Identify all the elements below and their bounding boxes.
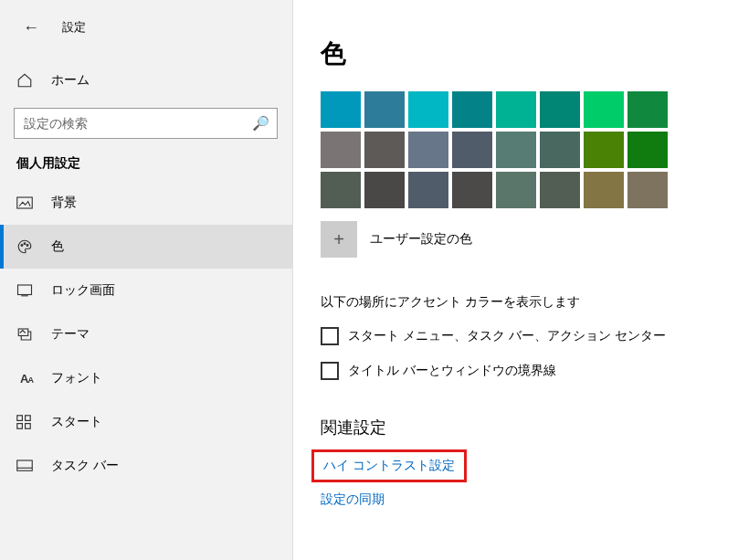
home-label: ホーム xyxy=(51,72,90,89)
svg-point-2 xyxy=(24,243,26,245)
sidebar-item-themes[interactable]: テーマ xyxy=(0,312,292,356)
swatch-row xyxy=(321,132,711,168)
sidebar-item-background[interactable]: 背景 xyxy=(0,181,292,225)
color-swatch[interactable] xyxy=(321,132,361,168)
sidebar-item-label: テーマ xyxy=(51,326,90,343)
image-icon xyxy=(16,196,37,209)
page-title: 色 xyxy=(321,37,711,71)
sidebar-item-taskbar[interactable]: タスク バー xyxy=(0,444,292,488)
sidebar-item-label: 背景 xyxy=(51,195,77,211)
color-swatch[interactable] xyxy=(452,132,492,168)
lock-screen-icon xyxy=(16,284,37,297)
home-button[interactable]: ホーム xyxy=(0,62,292,99)
themes-icon xyxy=(16,326,37,343)
search-input[interactable] xyxy=(24,116,252,131)
swatch-row xyxy=(321,91,711,128)
custom-color-button[interactable]: + xyxy=(321,221,357,258)
color-swatch[interactable] xyxy=(364,172,405,208)
home-icon xyxy=(16,72,37,89)
sidebar-item-label: フォント xyxy=(51,370,102,386)
color-swatch[interactable] xyxy=(496,132,536,168)
svg-rect-8 xyxy=(26,416,31,421)
color-swatch[interactable] xyxy=(627,132,668,168)
svg-rect-11 xyxy=(17,460,33,470)
sidebar: ← 設定 ホーム 🔍 個人用設定 背景 色 ロック画面 xyxy=(0,0,292,560)
svg-rect-10 xyxy=(26,424,31,429)
plus-icon: + xyxy=(333,229,344,250)
color-swatch[interactable] xyxy=(364,91,405,128)
checkbox-label: タイトル バーとウィンドウの境界線 xyxy=(348,363,556,379)
color-swatch-grid xyxy=(321,91,711,208)
color-swatch[interactable] xyxy=(496,172,536,208)
sidebar-item-colors[interactable]: 色 xyxy=(0,225,292,269)
svg-rect-0 xyxy=(17,197,33,208)
svg-point-1 xyxy=(21,245,23,247)
search-icon: 🔍 xyxy=(252,115,269,132)
sidebar-item-lock-screen[interactable]: ロック画面 xyxy=(0,269,292,312)
start-icon xyxy=(16,415,37,429)
sidebar-item-label: 色 xyxy=(51,238,64,255)
back-icon[interactable]: ← xyxy=(20,18,42,37)
palette-icon xyxy=(16,238,37,255)
color-swatch[interactable] xyxy=(496,91,536,128)
search-box[interactable]: 🔍 xyxy=(14,108,278,139)
color-swatch[interactable] xyxy=(584,172,624,208)
taskbar-icon xyxy=(16,460,37,472)
color-swatch[interactable] xyxy=(627,172,668,208)
sidebar-item-label: タスク バー xyxy=(51,458,119,474)
main-content: 色 + ユーザー設定の色 以下の場所にアクセント カラーを表示します スタート … xyxy=(292,0,738,560)
svg-rect-4 xyxy=(18,285,32,295)
custom-color-row: + ユーザー設定の色 xyxy=(321,221,711,258)
svg-rect-5 xyxy=(21,295,28,296)
svg-rect-9 xyxy=(17,424,23,429)
sidebar-item-start[interactable]: スタート xyxy=(0,400,292,444)
swatch-row xyxy=(321,172,711,208)
color-swatch[interactable] xyxy=(408,172,448,208)
checkbox-start-taskbar[interactable]: スタート メニュー、タスク バー、アクション センター xyxy=(321,327,711,345)
search-wrap: 🔍 xyxy=(14,108,278,139)
color-swatch[interactable] xyxy=(452,172,492,208)
sidebar-item-label: ロック画面 xyxy=(51,282,115,299)
color-swatch[interactable] xyxy=(627,91,668,128)
checkbox-title-bars[interactable]: タイトル バーとウィンドウの境界線 xyxy=(321,362,711,380)
checkbox-icon xyxy=(321,362,339,380)
color-swatch[interactable] xyxy=(408,91,448,128)
fonts-icon: AA xyxy=(16,372,37,386)
link-sync-settings[interactable]: 設定の同期 xyxy=(321,491,711,508)
color-swatch[interactable] xyxy=(584,91,624,128)
checkbox-label: スタート メニュー、タスク バー、アクション センター xyxy=(348,328,666,344)
related-settings-heading: 関連設定 xyxy=(321,417,711,438)
custom-color-label: ユーザー設定の色 xyxy=(370,231,472,248)
color-swatch[interactable] xyxy=(321,91,361,128)
color-swatch[interactable] xyxy=(408,132,448,168)
color-swatch[interactable] xyxy=(452,91,492,128)
color-swatch[interactable] xyxy=(540,172,580,208)
header-row: ← 設定 xyxy=(0,9,292,46)
color-swatch[interactable] xyxy=(364,132,405,168)
svg-point-3 xyxy=(26,245,28,247)
sidebar-section-heading: 個人用設定 xyxy=(0,139,292,181)
color-swatch[interactable] xyxy=(540,132,580,168)
svg-rect-7 xyxy=(17,416,23,421)
color-swatch[interactable] xyxy=(540,91,580,128)
sidebar-item-label: スタート xyxy=(51,414,102,430)
sidebar-item-fonts[interactable]: AA フォント xyxy=(0,356,292,400)
checkbox-icon xyxy=(321,327,339,345)
header-title: 設定 xyxy=(62,20,86,36)
color-swatch[interactable] xyxy=(321,172,361,208)
accent-locations-text: 以下の場所にアクセント カラーを表示します xyxy=(321,294,711,311)
color-swatch[interactable] xyxy=(584,132,624,168)
link-high-contrast[interactable]: ハイ コントラスト設定 xyxy=(311,449,467,482)
